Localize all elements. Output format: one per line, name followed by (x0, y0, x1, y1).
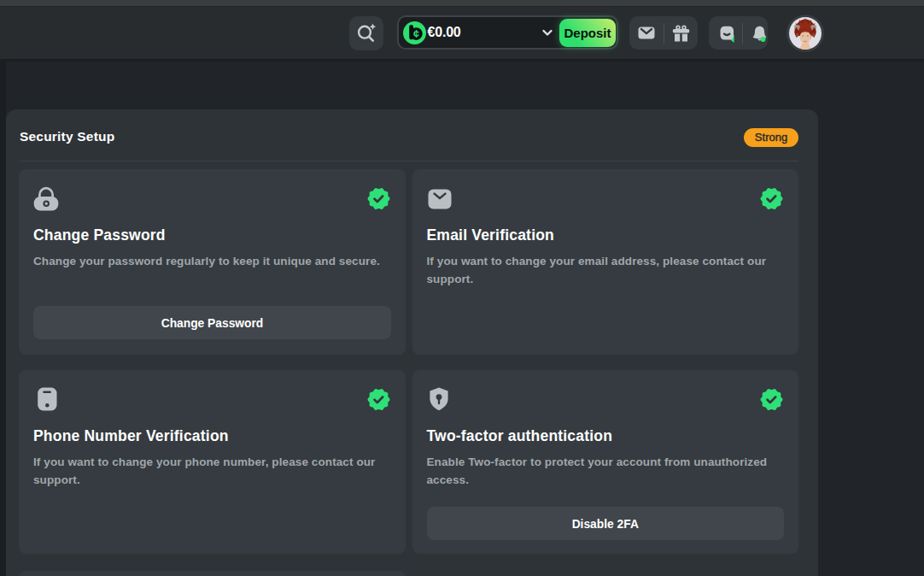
svg-text:¢: ¢ (413, 28, 419, 40)
